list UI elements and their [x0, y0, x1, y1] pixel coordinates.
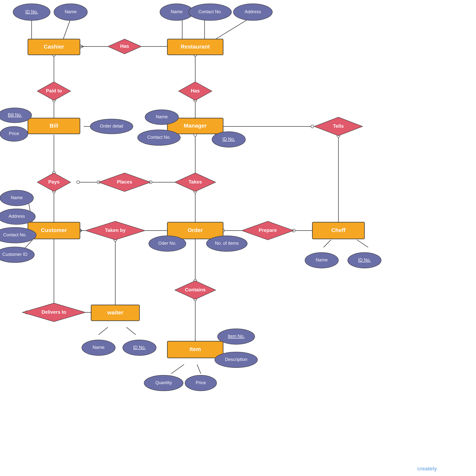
svg-line-2 — [63, 18, 71, 39]
bill-orderdetail-text: Order detail — [100, 123, 123, 128]
cashier-name-text: Name — [65, 9, 77, 14]
item-description-text: Description — [225, 357, 247, 362]
item-label: Item — [189, 346, 201, 352]
svg-line-5 — [80, 47, 84, 48]
waiter-label: waiter — [107, 309, 123, 316]
svg-line-75 — [357, 240, 368, 247]
svg-point-24 — [311, 125, 314, 128]
taken-by-label: Taken by — [105, 227, 126, 233]
svg-line-11 — [216, 18, 249, 39]
has2-label: Has — [191, 88, 200, 94]
manager-contact-text: Contact No. — [147, 135, 171, 140]
svg-line-87 — [99, 327, 108, 335]
restaurant-name-text: Name — [171, 9, 183, 14]
svg-point-51 — [77, 181, 80, 184]
customer-address-text: Address — [9, 214, 25, 219]
delivers-to-label: Delivers to — [42, 309, 66, 315]
places-label: Places — [117, 179, 132, 185]
cashier-idno-text: ID No. — [25, 9, 38, 14]
customer-label: Customer — [41, 227, 67, 233]
restaurant-address-text: Address — [245, 9, 261, 14]
item-quantity-text: Quantity — [155, 380, 172, 385]
takes-label: Takes — [188, 179, 202, 185]
item-price-text: Price — [196, 380, 206, 385]
customer-contact-text: Contact No. — [3, 232, 27, 237]
restaurant-label: Restaurant — [181, 44, 210, 50]
waiter-idno-text: ID No. — [133, 345, 146, 350]
svg-line-97 — [171, 364, 184, 374]
pays-label: Pays — [48, 179, 60, 185]
manager-label: Manager — [184, 122, 207, 129]
cheff-idno-text: ID No. — [358, 257, 371, 262]
item-itemno-text: Item No. — [228, 334, 245, 339]
has1-label: Has — [120, 43, 129, 49]
order-label: Order — [187, 227, 203, 233]
waiter-name-text: Name — [93, 345, 104, 350]
manager-name-text: Name — [156, 114, 168, 119]
svg-line-88 — [126, 327, 136, 335]
watermark: creately — [417, 466, 437, 472]
prepare-label: Prepare — [259, 227, 277, 233]
customer-id-text: Customer ID — [2, 252, 28, 257]
cheff-name-text: Name — [316, 257, 328, 262]
svg-line-98 — [197, 364, 201, 374]
order-noitems-text: No. of items — [215, 241, 239, 246]
cashier-label: Cashier — [44, 44, 64, 50]
customer-name-text: Name — [11, 195, 23, 200]
tells-label: Tells — [333, 123, 344, 129]
order-oderno-text: Oder No. — [158, 241, 176, 246]
bill-label: Bill — [50, 122, 58, 129]
manager-idno-text: ID No. — [222, 136, 235, 141]
restaurant-contact-text: Contact No. — [198, 9, 222, 14]
bill-billno-text: Bill No. — [8, 112, 22, 117]
bill-price-text: Price — [9, 131, 19, 136]
svg-line-4 — [80, 45, 84, 47]
paid-to-label: Paid to — [46, 88, 62, 94]
contains-label: Contains — [185, 287, 205, 292]
cheff-label: Cheff — [331, 227, 346, 233]
svg-line-74 — [323, 240, 331, 247]
